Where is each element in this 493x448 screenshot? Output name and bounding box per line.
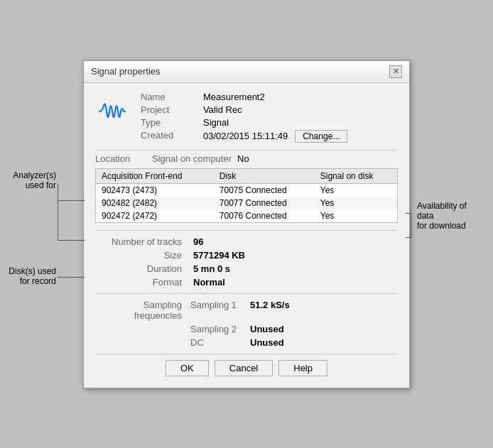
computer-value: No <box>237 153 249 164</box>
info-grid: Name Measurement2 Project Valid Rec Type… <box>141 92 398 143</box>
signal-icon <box>95 94 129 129</box>
change-button[interactable]: Change... <box>295 130 347 143</box>
col-header-signal: Signal on disk <box>315 169 397 184</box>
analyzer-table-section: Acquisition Front-end Disk Signal on dis… <box>95 168 398 223</box>
sampling-main-label: Sampling frequencies <box>95 300 188 321</box>
sampling1-label: Sampling 1 <box>190 300 247 321</box>
close-button[interactable]: ✕ <box>389 65 402 78</box>
signal-properties-dialog: Signal properties ✕ Name Measurement2 Pr… <box>83 60 410 388</box>
tracks-value: 96 <box>193 236 398 247</box>
analyzer-table: Acquisition Front-end Disk Signal on dis… <box>96 169 397 222</box>
info-section: Name Measurement2 Project Valid Rec Type… <box>95 92 398 143</box>
location-section: Location Signal on computer No <box>95 150 398 164</box>
dialog-titlebar: Signal properties ✕ <box>84 61 409 83</box>
type-value: Signal <box>203 117 398 128</box>
details-section: Number of tracks 96 Size 5771294 KB Dura… <box>95 230 398 288</box>
cell-signal: Yes <box>315 183 397 197</box>
created-row: 03/02/2015 15:11:49 Change... <box>203 130 398 143</box>
dc-value: Unused <box>250 337 398 348</box>
cell-frontend: 902482 (2482) <box>96 197 214 209</box>
annotation-disks: Disk(s) used for record <box>0 266 56 286</box>
created-value: 03/02/2015 15:11:49 <box>203 131 288 141</box>
duration-label: Duration <box>95 263 188 274</box>
sampling2-label: Sampling 2 <box>190 324 247 334</box>
ok-button[interactable]: OK <box>166 360 209 376</box>
location-label: Location <box>95 153 152 164</box>
project-value: Valid Rec <box>203 104 398 115</box>
tracks-label: Number of tracks <box>95 236 188 247</box>
type-label: Type <box>141 117 197 128</box>
duration-value: 5 mn 0 s <box>193 263 398 274</box>
annotation-availability: Availability of data for download <box>417 201 493 231</box>
cell-disk: 70077 Connected <box>214 197 315 209</box>
cell-disk: 70076 Connected <box>214 209 315 222</box>
created-label: Created <box>141 130 197 143</box>
table-row: 902473 (2473) 70075 Connected Yes <box>96 183 397 197</box>
annotation-analyzers: Analyzer(s) used for <box>0 170 56 190</box>
cell-signal: Yes <box>315 209 397 222</box>
cancel-button[interactable]: Cancel <box>215 360 273 376</box>
button-row: OK Cancel Help <box>95 354 398 379</box>
format-value: Normal <box>193 277 398 288</box>
col-header-frontend: Acquisition Front-end <box>96 169 214 184</box>
dc-label: DC <box>190 337 247 348</box>
cell-disk: 70075 Connected <box>214 183 315 197</box>
cell-signal: Yes <box>315 197 397 209</box>
name-label: Name <box>141 92 197 102</box>
help-button[interactable]: Help <box>278 360 327 376</box>
col-header-disk: Disk <box>214 169 315 184</box>
sampling1-value: 51.2 kS/s <box>250 300 398 321</box>
project-label: Project <box>141 104 197 115</box>
size-value: 5771294 KB <box>193 250 398 261</box>
name-value: Measurement2 <box>203 92 398 102</box>
table-row: 902482 (2482) 70077 Connected Yes <box>96 197 397 209</box>
computer-label: Signal on computer <box>152 153 232 164</box>
format-label: Format <box>95 277 188 288</box>
size-label: Size <box>95 250 188 261</box>
cell-frontend: 902473 (2473) <box>96 183 214 197</box>
table-row: 902472 (2472) 70076 Connected Yes <box>96 209 397 222</box>
sampling-section: Sampling frequencies Sampling 1 51.2 kS/… <box>95 293 398 348</box>
sampling2-value: Unused <box>250 324 398 334</box>
dialog-title: Signal properties <box>91 66 161 77</box>
cell-frontend: 902472 (2472) <box>96 209 214 222</box>
